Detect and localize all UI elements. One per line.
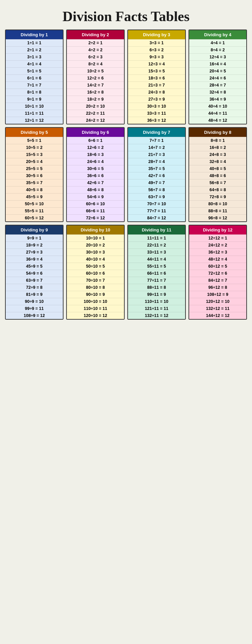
table-row: 9÷3 = 3 xyxy=(128,53,185,60)
table-row: 21÷7 = 3 xyxy=(128,151,185,158)
table-row: 84÷7 = 12 xyxy=(128,214,185,221)
table-row: 60÷10 = 6 xyxy=(67,270,124,277)
tables-grid: Dividing by 11÷1 = 12÷1 = 23÷1 = 34÷1 = … xyxy=(3,30,249,320)
table-row: 32÷4 = 8 xyxy=(189,89,246,96)
table-row: 20÷5 = 4 xyxy=(6,158,63,165)
table-row: 48÷6 = 8 xyxy=(67,186,124,193)
table-row: 10÷5 = 2 xyxy=(6,144,63,151)
table-row: 9÷9 = 1 xyxy=(6,234,63,241)
table-row: 18÷6 = 3 xyxy=(67,151,124,158)
table-row: 120÷12 = 10 xyxy=(189,298,246,305)
table-row: 42÷7 = 6 xyxy=(128,172,185,179)
table-row: 30÷5 = 6 xyxy=(6,172,63,179)
table-row: 44÷4 = 11 xyxy=(189,110,246,117)
header-div12: Dividing by 12 xyxy=(189,225,246,234)
table-row: 99÷11 = 9 xyxy=(128,291,185,298)
table-row: 8÷2 = 4 xyxy=(67,60,124,67)
table-row: 36÷3 = 12 xyxy=(128,117,185,124)
table-row: 48÷8 = 6 xyxy=(189,172,246,179)
table-row: 3÷1 = 3 xyxy=(6,53,63,60)
header-div9: Dividing by 9 xyxy=(6,225,63,234)
table-row: 6÷2 = 3 xyxy=(67,53,124,60)
table-row: 16÷4 = 4 xyxy=(189,60,246,67)
table-div10: Dividing by 1010÷10 = 120÷10 = 230÷10 = … xyxy=(66,225,125,320)
table-row: 60÷6 = 10 xyxy=(67,200,124,207)
table-div9: Dividing by 99÷9 = 118÷9 = 227÷9 = 336÷9… xyxy=(5,225,64,320)
table-row: 16÷2 = 8 xyxy=(67,89,124,96)
table-row: 28÷4 = 7 xyxy=(189,82,246,89)
table-row: 20÷4 = 5 xyxy=(189,67,246,74)
table-row: 120÷10 = 12 xyxy=(67,312,124,319)
table-div7: Dividing by 77÷7 = 114÷7 = 221÷7 = 328÷7… xyxy=(127,127,186,222)
table-row: 8÷4 = 2 xyxy=(189,46,246,53)
table-row: 12÷4 = 3 xyxy=(189,53,246,60)
table-row: 22÷11 = 2 xyxy=(128,241,185,249)
table-row: 1÷1 = 1 xyxy=(6,39,63,46)
table-row: 21÷3 = 7 xyxy=(128,82,185,89)
header-div10: Dividing by 10 xyxy=(67,225,124,234)
table-row: 25÷5 = 5 xyxy=(6,165,63,172)
table-row: 4÷4 = 1 xyxy=(189,39,246,46)
table-row: 48÷12 = 4 xyxy=(189,256,246,263)
header-div7: Dividing by 7 xyxy=(128,128,185,137)
table-row: 45÷9 = 5 xyxy=(6,263,63,270)
header-div4: Dividing by 4 xyxy=(189,30,246,39)
table-row: 9÷1 = 9 xyxy=(6,96,63,103)
table-row: 10÷1 = 10 xyxy=(6,103,63,110)
table-row: 12÷12 = 1 xyxy=(189,234,246,241)
table-row: 40÷10 = 4 xyxy=(67,256,124,263)
header-div2: Dividing by 2 xyxy=(67,30,124,39)
table-div11: Dividing by 1111÷11 = 122÷11 = 233÷11 = … xyxy=(127,225,186,320)
table-row: 64÷8 = 8 xyxy=(189,186,246,193)
table-row: 56÷8 = 7 xyxy=(189,179,246,186)
table-row: 15÷5 = 3 xyxy=(6,151,63,158)
table-row: 24÷2 = 12 xyxy=(67,117,124,124)
table-row: 33÷3 = 11 xyxy=(128,110,185,117)
table-row: 49÷7 = 7 xyxy=(128,179,185,186)
table-row: 24÷12 = 2 xyxy=(189,241,246,249)
table-div2: Dividing by 22÷2 = 14÷2 = 26÷2 = 38÷2 = … xyxy=(66,30,125,124)
table-row: 10÷2 = 5 xyxy=(67,67,124,74)
table-row: 96÷8 = 12 xyxy=(189,214,246,221)
table-row: 110÷11 = 10 xyxy=(128,298,185,305)
table-div6: Dividing by 66÷6 = 112÷6 = 218÷6 = 324÷6… xyxy=(66,127,125,222)
table-row: 40÷5 = 8 xyxy=(6,186,63,193)
header-div11: Dividing by 11 xyxy=(128,225,185,234)
table-row: 80÷8 = 10 xyxy=(189,200,246,207)
table-row: 56÷7 = 8 xyxy=(128,186,185,193)
table-div4: Dividing by 44÷4 = 18÷4 = 212÷4 = 316÷4 … xyxy=(188,30,247,124)
table-row: 14÷2 = 7 xyxy=(67,82,124,89)
table-row: 18÷2 = 9 xyxy=(67,96,124,103)
table-row: 45÷5 = 9 xyxy=(6,193,63,200)
table-row: 72÷9 = 8 xyxy=(6,284,63,291)
table-row: 24÷6 = 4 xyxy=(67,158,124,165)
table-row: 40÷8 = 5 xyxy=(189,165,246,172)
table-row: 66÷11 = 6 xyxy=(128,270,185,277)
table-row: 90÷9 = 10 xyxy=(6,298,63,305)
table-div12: Dividing by 1212÷12 = 124÷12 = 236÷12 = … xyxy=(188,225,247,320)
table-row: 80÷10 = 8 xyxy=(67,284,124,291)
table-row: 10÷10 = 1 xyxy=(67,234,124,241)
table-row: 24÷4 = 6 xyxy=(189,74,246,82)
table-row: 132÷11 = 12 xyxy=(128,312,185,319)
table-row: 20÷10 = 2 xyxy=(67,241,124,249)
table-row: 12÷6 = 2 xyxy=(67,144,124,151)
table-row: 63÷9 = 7 xyxy=(6,277,63,284)
table-row: 121÷11 = 11 xyxy=(128,305,185,312)
table-row: 70÷10 = 7 xyxy=(67,277,124,284)
table-row: 77÷7 = 11 xyxy=(128,207,185,214)
table-row: 5÷5 = 1 xyxy=(6,137,63,144)
table-row: 12÷1 = 12 xyxy=(6,117,63,124)
table-row: 6÷3 = 2 xyxy=(128,46,185,53)
table-row: 14÷7 = 2 xyxy=(128,144,185,151)
table-div8: Dividing by 88÷8 = 116÷8 = 224÷8 = 332÷8… xyxy=(188,127,247,222)
table-row: 24÷3 = 8 xyxy=(128,89,185,96)
table-row: 20÷2 = 10 xyxy=(67,103,124,110)
table-row: 12÷3 = 4 xyxy=(128,60,185,67)
table-row: 5÷1 = 5 xyxy=(6,67,63,74)
header-div1: Dividing by 1 xyxy=(6,30,63,39)
table-row: 99÷9 = 11 xyxy=(6,305,63,312)
table-row: 55÷11 = 5 xyxy=(128,263,185,270)
table-row: 50÷5 = 10 xyxy=(6,200,63,207)
table-row: 30÷6 = 5 xyxy=(67,165,124,172)
